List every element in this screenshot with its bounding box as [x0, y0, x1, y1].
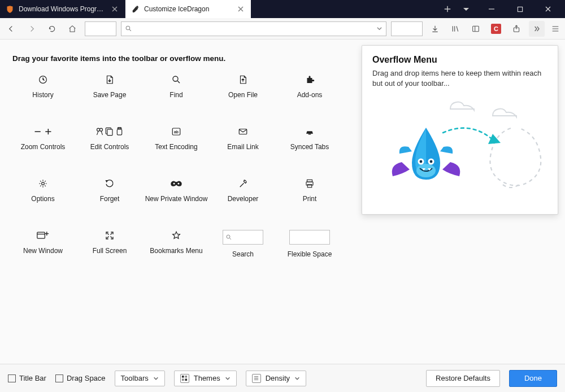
minimize-button[interactable] [479, 0, 504, 18]
overflow-title: Overflow Menu [372, 55, 547, 65]
svg-point-16 [42, 182, 45, 185]
item-text-encoding[interactable]: ab Text Encoding [145, 124, 208, 165]
item-bookmarks-menu[interactable]: Bookmarks Menu [145, 228, 208, 269]
toolbar-slot[interactable] [85, 21, 116, 36]
item-label: Email Link [227, 143, 258, 151]
chevron-down-icon [294, 376, 300, 381]
maximize-button[interactable] [507, 0, 532, 18]
restore-defaults-button[interactable]: Restore Defaults [426, 370, 500, 387]
item-label: Add-ons [297, 91, 323, 99]
item-developer[interactable]: Developer [211, 176, 275, 217]
fullscreen-icon [105, 230, 115, 241]
titlebar-checkbox[interactable]: Title Bar [8, 374, 46, 382]
url-bar[interactable] [121, 21, 386, 36]
library-button[interactable] [447, 21, 463, 37]
customize-footer: Title Bar Drag Space Toolbars Themes Den… [0, 364, 565, 392]
item-new-private-window[interactable]: New Private Window [145, 176, 208, 217]
svg-text:ab: ab [174, 130, 179, 134]
item-save-page[interactable]: Save Page [78, 72, 141, 114]
search-icon [125, 25, 132, 32]
edit-controls-icon [95, 126, 124, 137]
svg-rect-29 [182, 376, 184, 378]
svg-point-18 [177, 182, 179, 184]
item-open-file[interactable]: Open File [211, 72, 275, 114]
overflow-column: Overflow Menu Drag and drop items here t… [362, 40, 565, 364]
item-email-link[interactable]: Email Link [211, 124, 275, 165]
tab-title: Customize IceDragon [144, 5, 232, 13]
new-tab-button[interactable] [437, 0, 458, 18]
forget-icon [105, 178, 115, 189]
home-button[interactable] [64, 21, 80, 37]
sidebar-button[interactable] [468, 21, 484, 37]
item-search[interactable]: Search [211, 228, 275, 269]
synced-tabs-icon [305, 126, 315, 137]
customize-palette: Drag your favorite items into the toolba… [0, 40, 362, 364]
tab-download-windows-programs[interactable]: Download Windows Programs [0, 0, 125, 18]
all-tabs-button[interactable] [458, 0, 475, 18]
comodo-button[interactable]: C [488, 21, 504, 37]
item-label: Edit Controls [90, 143, 129, 151]
item-synced-tabs[interactable]: Synced Tabs [278, 124, 341, 165]
checkbox-icon [8, 374, 16, 382]
item-history[interactable]: History [11, 72, 75, 114]
reload-button[interactable] [44, 21, 60, 37]
svg-rect-10 [107, 129, 112, 136]
toolbar-slot[interactable] [391, 21, 423, 36]
share-button[interactable] [508, 21, 524, 37]
addons-icon [305, 74, 315, 85]
item-flexible-space[interactable]: Flexible Space [278, 228, 341, 269]
close-icon[interactable] [236, 5, 245, 14]
overflow-menu-panel[interactable]: Overflow Menu Drag and drop items here t… [362, 45, 558, 215]
done-button[interactable]: Done [509, 370, 557, 387]
density-select[interactable]: Density [246, 371, 306, 386]
svg-rect-30 [185, 376, 188, 378]
chevron-down-icon [153, 376, 159, 381]
comodo-icon: C [491, 24, 501, 34]
select-label: Density [266, 374, 290, 382]
item-edit-controls[interactable]: Edit Controls [78, 124, 141, 165]
item-label: Save Page [93, 91, 127, 99]
downloads-button[interactable] [427, 21, 443, 37]
customize-heading: Drag your favorite items into the toolba… [12, 54, 350, 63]
item-find[interactable]: Find [145, 72, 208, 114]
forward-button[interactable] [24, 21, 40, 37]
item-options[interactable]: Options [11, 176, 75, 217]
new-window-icon [37, 230, 49, 241]
item-label: Developer [228, 195, 259, 203]
item-print[interactable]: Print [278, 176, 341, 217]
svg-point-23 [227, 235, 230, 238]
customize-pane: Drag your favorite items into the toolba… [0, 40, 565, 364]
close-icon[interactable] [111, 5, 119, 14]
chevron-down-icon [225, 376, 231, 381]
svg-rect-21 [307, 185, 312, 188]
search-icon [225, 234, 232, 241]
gear-icon [38, 178, 48, 189]
back-button[interactable] [3, 21, 19, 37]
item-forget[interactable]: Forget [78, 176, 141, 217]
item-addons[interactable]: Add-ons [278, 72, 341, 114]
svg-point-2 [126, 26, 130, 30]
svg-point-6 [173, 76, 178, 81]
tab-customize-icedragon[interactable]: Customize IceDragon [125, 0, 251, 18]
dragspace-checkbox[interactable]: Drag Space [55, 374, 106, 382]
wrench-icon [238, 178, 248, 189]
themes-select[interactable]: Themes [174, 371, 237, 386]
item-zoom-controls[interactable]: Zoom Controls [11, 124, 75, 165]
item-new-window[interactable]: New Window [11, 228, 75, 269]
button-label: Restore Defaults [436, 374, 490, 382]
themes-icon [180, 374, 189, 383]
svg-rect-31 [182, 378, 184, 381]
navigation-toolbar: C [0, 18, 565, 40]
svg-rect-3 [473, 26, 479, 31]
item-full-screen[interactable]: Full Screen [78, 228, 141, 269]
menu-button[interactable] [549, 21, 562, 37]
zoom-icon [33, 126, 53, 137]
bookmark-star-icon [171, 230, 181, 241]
close-window-button[interactable] [536, 0, 560, 18]
item-label: Bookmarks Menu [150, 247, 202, 255]
palette-grid: History Save Page Find Open File Add-ons… [11, 72, 350, 269]
toolbars-select[interactable]: Toolbars [115, 371, 165, 386]
chevron-down-icon[interactable] [376, 25, 383, 32]
overflow-button[interactable] [529, 21, 545, 37]
flexible-space-widget [289, 230, 330, 245]
